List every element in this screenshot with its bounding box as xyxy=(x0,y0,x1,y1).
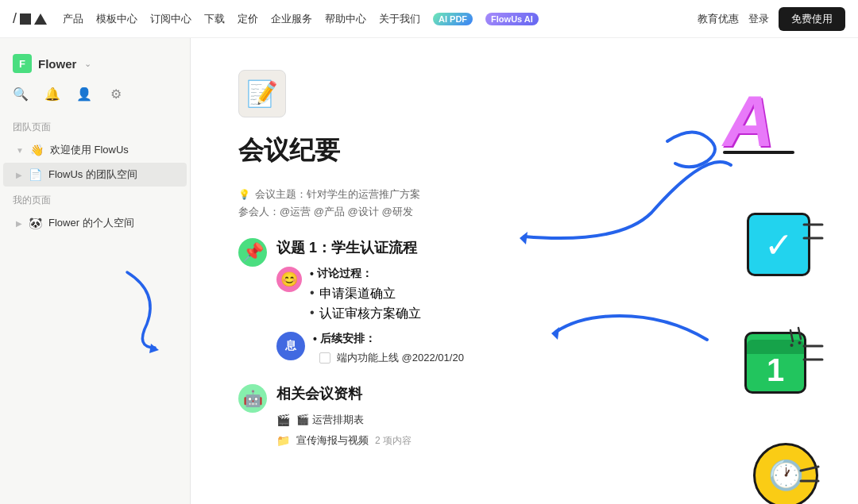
bullet-text-1: 申请渠道确立 xyxy=(319,286,396,302)
doc-topic-text: 会议主题：针对学生的运营推广方案 xyxy=(255,187,420,202)
chevron-right-icon-3: ▶ xyxy=(16,219,22,228)
chevron-right-icon-2: ▶ xyxy=(16,171,22,179)
sidebar-icon-row: 🔍 🔔 👤 ⚙ xyxy=(0,83,190,114)
svg-line-7 xyxy=(790,330,793,341)
sidebar-logo: F xyxy=(13,54,32,73)
sidebar-header: F Flower ⌄ xyxy=(0,48,190,83)
nav-free-button[interactable]: 免费使用 xyxy=(779,7,845,31)
sidebar-welcome-label: 欢迎使用 FlowUs xyxy=(50,143,129,157)
sidebar-workspace-name: Flower xyxy=(38,57,76,71)
logo[interactable]: / xyxy=(13,10,47,27)
doc-meta-topic: 💡 会议主题：针对学生的运营推广方案 xyxy=(238,187,699,202)
section1-content: 议题 1：学生认证流程 😊 讨论过程： 申请渠道确立 认证审核方案确立 xyxy=(276,238,699,368)
related-item2-text: 宣传海报与视频 xyxy=(296,433,369,448)
sub-title-followup: 后续安排： xyxy=(313,332,464,346)
video-icon: 🎬 xyxy=(276,414,290,426)
lightbulb-icon: 💡 xyxy=(238,189,250,200)
chevron-down-icon: ⌄ xyxy=(84,59,91,69)
clock-icon: 🕐 xyxy=(768,459,804,492)
nav-about[interactable]: 关于我们 xyxy=(379,12,420,26)
section2-content: 相关会议资料 🎬 🎬 运营排期表 📁 宣传海报与视频 2 项内容 xyxy=(276,384,699,454)
calendar-number: 1 xyxy=(767,354,784,386)
content-area: 📝 会议纪要 💡 会议主题：针对学生的运营推广方案 参会人：@运营 @产品 @设… xyxy=(191,38,858,504)
svg-line-9 xyxy=(798,328,801,339)
doc-meta: 💡 会议主题：针对学生的运营推广方案 参会人：@运营 @产品 @设计 @研发 xyxy=(238,187,699,219)
sidebar-team-space-label: FlowUs 的团队空间 xyxy=(48,167,137,182)
related-item2-count: 2 项内容 xyxy=(375,434,412,448)
my-section-label: 我的页面 xyxy=(0,187,190,210)
navbar: / 产品 模板中心 订阅中心 下载 定价 企业服务 帮助中心 关于我们 AI P… xyxy=(0,0,858,38)
sidebar-item-personal-space[interactable]: ▶ 🐼 Flower 的个人空间 xyxy=(3,211,187,235)
task-row-1: 端内功能上线 @2022/01/20 xyxy=(319,351,464,365)
sticker-calendar: 1 xyxy=(744,332,806,394)
section1-row: 📌 议题 1：学生认证流程 😊 讨论过程： 申请渠道确立 认证审核方案确立 xyxy=(238,238,699,368)
doc-thumbnail: 📝 xyxy=(238,70,286,117)
followup-section: 后续安排： 端内功能上线 @2022/01/20 xyxy=(313,332,464,368)
svg-point-10 xyxy=(798,341,802,344)
nav-login[interactable]: 登录 xyxy=(748,12,769,26)
nav-download[interactable]: 下载 xyxy=(204,12,225,26)
avatar-robot: 🤖 xyxy=(238,384,267,413)
sidebar: F Flower ⌄ 🔍 🔔 👤 ⚙ 团队页面 ▼ 👋 欢迎使用 FlowUs … xyxy=(0,38,191,504)
logo-triangle xyxy=(34,13,47,25)
discussion-section: 讨论过程： 申请渠道确立 认证审核方案确立 xyxy=(310,267,421,325)
nav-pricing[interactable]: 定价 xyxy=(238,12,258,26)
personal-icon: 🐼 xyxy=(29,217,42,229)
nav-links: 产品 模板中心 订阅中心 下载 定价 企业服务 帮助中心 关于我们 AI PDF… xyxy=(63,12,539,26)
avatar-emoji: 😊 xyxy=(276,267,302,292)
settings-icon[interactable]: ⚙ xyxy=(108,86,124,102)
section2-row: 🤖 相关会议资料 🎬 🎬 运营排期表 📁 宣传海报与视频 2 项内容 xyxy=(238,384,699,454)
nav-template[interactable]: 模板中心 xyxy=(96,12,137,26)
bell-icon[interactable]: 🔔 xyxy=(44,86,60,102)
doc-icon: 📄 xyxy=(29,168,42,181)
nav-enterprise[interactable]: 企业服务 xyxy=(271,12,312,26)
nav-product[interactable]: 产品 xyxy=(63,12,83,26)
document-body: 📝 会议纪要 💡 会议主题：针对学生的运营推广方案 参会人：@运营 @产品 @设… xyxy=(191,38,747,498)
search-icon[interactable]: 🔍 xyxy=(13,86,29,102)
sidebar-item-team-space[interactable]: ▶ 📄 FlowUs 的团队空间 xyxy=(3,163,187,187)
welcome-icon: 👋 xyxy=(30,144,44,156)
bullet-1: 申请渠道确立 xyxy=(310,286,421,302)
sidebar-personal-label: Flower 的个人空间 xyxy=(48,216,134,230)
nav-order[interactable]: 订阅中心 xyxy=(150,12,191,26)
related-item1-text: 🎬 运营排期表 xyxy=(296,413,364,427)
sidebar-logo-letter: F xyxy=(19,58,25,70)
sticker-checkbox: ✓ xyxy=(747,213,810,276)
nav-edu[interactable]: 教育优惠 xyxy=(698,12,739,26)
calendar-box: 1 xyxy=(744,332,806,394)
calendar-top-bar xyxy=(747,340,804,354)
team-section-label: 团队页面 xyxy=(0,114,190,137)
logo-slash: / xyxy=(13,10,17,27)
nav-right: 教育优惠 登录 免费使用 xyxy=(698,7,845,31)
task1-text: 端内功能上线 @2022/01/20 xyxy=(337,351,464,365)
checkbox-task1[interactable] xyxy=(319,352,330,364)
svg-point-8 xyxy=(790,344,794,347)
doc-attendees-text: 参会人：@运营 @产品 @设计 @研发 xyxy=(238,205,413,219)
svg-marker-0 xyxy=(149,344,159,353)
avatar-green: 📌 xyxy=(238,238,267,267)
folder-icon: 📁 xyxy=(276,434,290,447)
main-layout: F Flower ⌄ 🔍 🔔 👤 ⚙ 团队页面 ▼ 👋 欢迎使用 FlowUs … xyxy=(0,38,858,504)
related-item-2: 📁 宣传海报与视频 2 项内容 xyxy=(276,433,699,448)
nav-flowus-ai[interactable]: FlowUs AI xyxy=(485,13,539,25)
bullet-text-2: 认证审核方案确立 xyxy=(319,306,421,322)
clock-circle: 🕐 xyxy=(753,443,818,504)
chevron-right-icon: ▼ xyxy=(16,146,24,155)
nav-help[interactable]: 帮助中心 xyxy=(325,12,366,26)
section2-title: 相关会议资料 xyxy=(276,384,699,403)
user-icon[interactable]: 👤 xyxy=(76,86,92,102)
doc-meta-attendees: 参会人：@运营 @产品 @设计 @研发 xyxy=(238,205,699,219)
avatar-xi: 息 xyxy=(276,332,305,360)
checkbox-box: ✓ xyxy=(747,213,810,276)
sticker-clock: 🕐 xyxy=(753,443,818,504)
nav-ai-pdf[interactable]: AI PDF xyxy=(433,13,473,25)
doc-title: 会议纪要 xyxy=(238,133,699,168)
related-item-1: 🎬 🎬 运营排期表 xyxy=(276,413,699,427)
checkmark-icon: ✓ xyxy=(764,225,794,265)
sidebar-item-welcome[interactable]: ▼ 👋 欢迎使用 FlowUs xyxy=(3,138,187,162)
section1-title: 议题 1：学生认证流程 xyxy=(276,238,699,257)
logo-square xyxy=(20,13,31,25)
sub-title-discussion: 讨论过程： xyxy=(310,267,421,281)
bullet-2: 认证审核方案确立 xyxy=(310,306,421,322)
